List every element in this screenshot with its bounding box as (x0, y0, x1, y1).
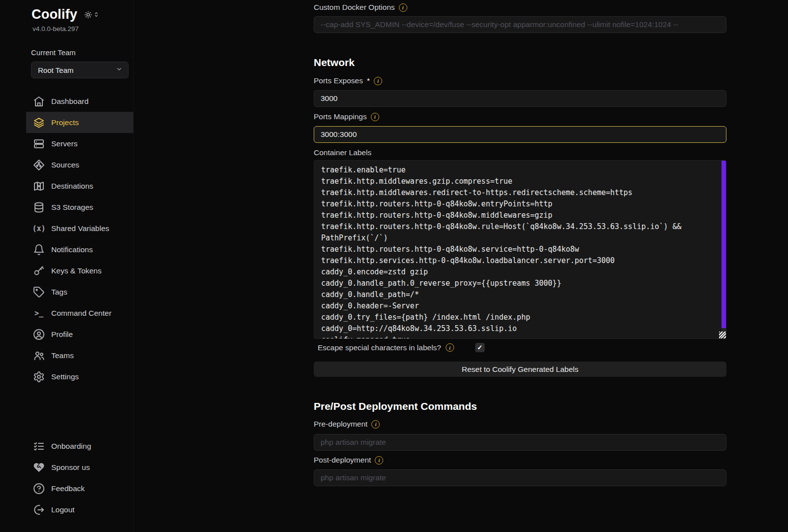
theme-switcher[interactable] (84, 11, 99, 19)
ports-mappings-label: Ports Mappings i (314, 112, 726, 121)
current-team-label: Current Team (0, 33, 133, 57)
sidebar-item-feedback[interactable]: Feedback (0, 478, 133, 499)
database-icon (33, 201, 45, 213)
scrollbar-track[interactable] (722, 161, 726, 338)
tag-icon (33, 286, 45, 298)
sidebar-item-servers[interactable]: Servers (0, 133, 133, 154)
sidebar-item-sources[interactable]: Sources (0, 154, 133, 175)
chevrons-up-down-icon (93, 11, 99, 18)
app-version: v4.0.0-beta.297 (0, 22, 133, 33)
checklist-icon (33, 440, 45, 452)
custom-docker-options-input[interactable] (314, 16, 726, 33)
sidebar-item-teams[interactable]: Teams (0, 345, 133, 366)
info-icon[interactable]: i (371, 420, 380, 429)
info-icon[interactable]: i (375, 456, 383, 465)
sidebar-item-tags[interactable]: Tags (0, 281, 133, 302)
sidebar-item-dashboard[interactable]: Dashboard (0, 91, 133, 112)
escape-labels-row: Escape special characters in labels? i ✓ (314, 343, 726, 352)
user-circle-icon (33, 329, 45, 340)
help-circle-icon (33, 483, 45, 495)
container-labels-textarea[interactable]: traefik.enable=true traefik.http.middlew… (314, 160, 726, 339)
users-icon (33, 350, 45, 362)
check-icon: ✓ (477, 344, 483, 351)
sidebar: Coolify v4.0.0-beta.297 Current Team Roo… (0, 0, 133, 532)
pre-deployment-label: Pre-deployment i (314, 420, 726, 429)
post-deployment-label: Post-deployment i (314, 456, 726, 465)
custom-docker-options-label: Custom Docker Options i (314, 3, 726, 12)
escape-labels-checkbox[interactable]: ✓ (475, 343, 485, 352)
sidebar-item-s3-storages[interactable]: S3 Storages (0, 197, 133, 218)
container-labels-label: Container Labels (314, 148, 726, 157)
sidebar-item-onboarding[interactable]: Onboarding (0, 435, 133, 457)
info-icon[interactable]: i (446, 343, 454, 352)
sidebar-item-shared-variables[interactable]: (x) Shared Variables (0, 218, 133, 239)
layers-icon (33, 117, 45, 129)
deployment-heading: Pre/Post Deployment Commands (314, 400, 726, 412)
ports-mappings-input[interactable] (314, 126, 726, 143)
bell-icon (33, 244, 45, 256)
pre-deployment-input[interactable] (314, 434, 726, 451)
sidebar-nav: Dashboard Projects Servers Sources Desti… (0, 91, 133, 387)
reset-labels-button[interactable]: Reset to Coolify Generated Labels (314, 362, 726, 377)
post-deployment-input[interactable] (314, 469, 726, 486)
sidebar-item-projects[interactable]: Projects (26, 112, 133, 133)
info-icon[interactable]: i (399, 3, 407, 12)
variable-icon: (x) (33, 223, 45, 234)
sidebar-item-keys-tokens[interactable]: Keys & Tokens (0, 260, 133, 281)
git-source-icon (33, 159, 45, 171)
sidebar-item-command-center[interactable]: >_ Command Center (0, 302, 133, 324)
info-icon[interactable]: i (374, 77, 382, 85)
sidebar-footer-nav: Onboarding Sponsor us Feedback Logout (0, 435, 133, 520)
team-select-value: Root Team (38, 66, 73, 74)
sidebar-item-notifications[interactable]: Notifications (0, 239, 133, 260)
key-icon (33, 265, 45, 277)
home-icon (33, 96, 45, 107)
team-select[interactable]: Root Team (31, 62, 129, 78)
heart-hands-icon (33, 462, 45, 473)
map-icon (33, 180, 45, 192)
sun-icon (84, 11, 92, 19)
resize-grip-icon[interactable] (719, 332, 726, 338)
info-icon[interactable]: i (371, 113, 379, 121)
sidebar-item-settings[interactable]: Settings (0, 366, 133, 387)
network-heading: Network (314, 57, 726, 68)
sidebar-item-logout[interactable]: Logout (0, 499, 133, 520)
settings-form: Custom Docker Options i Network Ports Ex… (314, 0, 726, 532)
ports-exposes-label: Ports Exposes * i (314, 76, 726, 85)
terminal-icon: >_ (33, 307, 45, 319)
container-labels-text: traefik.enable=true traefik.http.middlew… (314, 161, 721, 338)
chevron-down-icon (115, 65, 123, 75)
ports-exposes-input[interactable] (314, 90, 726, 107)
app-title: Coolify (32, 7, 77, 22)
escape-labels-label: Escape special characters in labels? (318, 343, 441, 352)
sidebar-item-profile[interactable]: Profile (0, 324, 133, 345)
sidebar-item-sponsor-us[interactable]: Sponsor us (0, 457, 133, 478)
scrollbar-thumb[interactable] (722, 161, 726, 328)
gear-icon (33, 371, 45, 383)
sidebar-item-destinations[interactable]: Destinations (0, 175, 133, 197)
server-icon (33, 138, 45, 150)
logout-icon (33, 504, 45, 516)
